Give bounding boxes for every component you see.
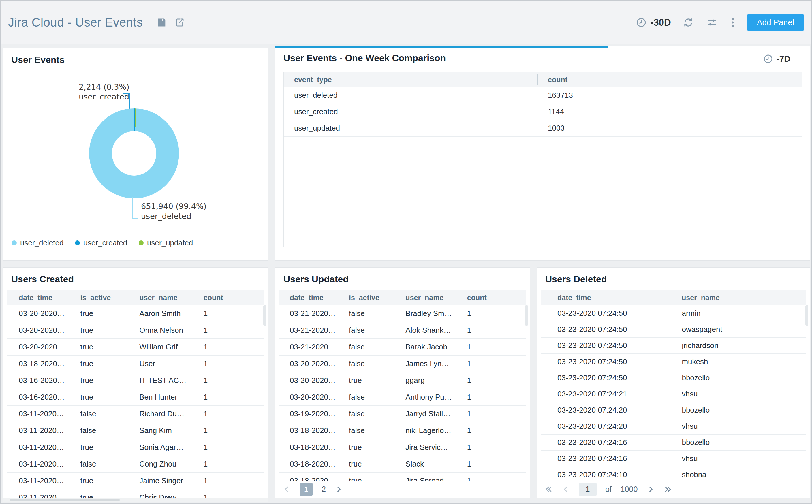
table-row[interactable]: 03-11-2020…falseRichard Du…1: [7, 406, 264, 422]
vertical-scrollbar[interactable]: [525, 305, 528, 326]
table-cell: false: [69, 406, 128, 422]
current-page-input[interactable]: 1: [579, 483, 597, 496]
column-header-user-name[interactable]: user_name: [666, 290, 790, 305]
panel-title: Users Created: [11, 274, 74, 285]
column-header-event-type[interactable]: event_type: [284, 72, 537, 87]
panel-title: Users Updated: [283, 274, 349, 285]
table-row[interactable]: user_created1144: [284, 104, 802, 120]
table-row[interactable]: 03-18-2020…trueJira Servic…1: [279, 439, 526, 456]
table-row[interactable]: 03-20-2020…trueOnna Nelson1: [7, 322, 264, 339]
table-cell: Barak Jacob: [395, 339, 457, 355]
table-cell: 03-23-2020 07:24:16: [541, 451, 666, 467]
table-row[interactable]: 03-23-2020 07:24:21vhsu: [541, 386, 806, 402]
table-row[interactable]: 03-19-2020…falseJarryd Stall…1: [279, 406, 526, 422]
table-cell: vhsu: [666, 386, 790, 402]
chevron-left-icon[interactable]: [282, 485, 291, 494]
table-row[interactable]: 03-23-2020 07:24:20bbozello: [541, 402, 806, 418]
column-header-date-time[interactable]: date_time: [541, 290, 666, 305]
table-row[interactable]: 03-21-2020…falseBarak Jacob1: [279, 339, 526, 356]
table-row[interactable]: 03-23-2020 07:24:50mukesh: [541, 354, 806, 370]
kebab-menu-icon[interactable]: [729, 16, 736, 29]
column-header-user-name[interactable]: user_name: [128, 290, 192, 305]
table-cell: 1: [457, 439, 511, 456]
table-row[interactable]: 03-20-2020…trueWilliam Grif…1: [7, 339, 264, 356]
table-cell: 1: [192, 456, 249, 472]
vertical-scrollbar[interactable]: [263, 305, 266, 326]
selected-panel-indicator: [275, 46, 608, 48]
table-row[interactable]: 03-21-2020…falseBradley Sm…1: [279, 305, 526, 322]
table-cell: 03-20-2020…: [279, 356, 339, 372]
table-row[interactable]: user_updated1003: [284, 120, 802, 137]
column-header-is-active[interactable]: is_active: [69, 290, 128, 305]
vertical-scrollbar[interactable]: [805, 305, 808, 326]
column-header-count[interactable]: count: [537, 72, 802, 87]
table-row[interactable]: 03-20-2020…falseAnthony Pu…1: [279, 389, 526, 406]
column-header-date-time[interactable]: date_time: [279, 290, 339, 305]
legend-item-user-updated[interactable]: user_updated: [139, 238, 193, 247]
time-range-selector[interactable]: -30D: [636, 17, 671, 28]
refresh-icon[interactable]: [682, 16, 695, 29]
column-header-is-active[interactable]: is_active: [339, 290, 395, 305]
table-row[interactable]: 03-18-2020…falseniki Lagerlo…1: [279, 422, 526, 439]
share-icon[interactable]: [173, 16, 186, 29]
horizontal-scrollbar[interactable]: [3, 498, 268, 502]
table-row[interactable]: 03-18-2020…trueUser1: [7, 356, 264, 372]
table-row[interactable]: 03-23-2020 07:24:50armin: [541, 305, 806, 321]
table-row[interactable]: 03-16-2020…trueIT TEST AC…1: [7, 372, 264, 389]
table-row[interactable]: 03-16-2020…trueBen Hunter1: [7, 389, 264, 406]
chevron-right-icon[interactable]: [334, 485, 343, 494]
legend-item-user-created[interactable]: user_created: [75, 238, 127, 247]
pagination-bar: 1 of 1000: [537, 481, 810, 498]
table-row[interactable]: 03-11-2020…trueJaime Singer1: [7, 473, 264, 489]
table-row[interactable]: 03-23-2020 07:24:16bbozello: [541, 435, 806, 451]
save-icon[interactable]: [155, 16, 168, 29]
table-row[interactable]: 03-20-2020…trueggarg1: [279, 372, 526, 389]
table-cell: 1003: [537, 120, 802, 136]
column-header-date-time[interactable]: date_time: [7, 290, 69, 305]
chevron-right-icon[interactable]: [646, 485, 655, 494]
table-cell: 1: [192, 356, 249, 372]
column-header-user-name[interactable]: user_name: [395, 290, 457, 305]
table-cell: false: [69, 422, 128, 439]
table-row[interactable]: user_deleted163713: [284, 87, 802, 104]
table-cell: user_deleted: [284, 87, 537, 104]
column-header-count[interactable]: count: [457, 290, 511, 305]
panel-time-range[interactable]: -7D: [763, 54, 790, 64]
legend-swatch: [75, 240, 80, 245]
table-row[interactable]: 03-23-2020 07:24:50bbozello: [541, 370, 806, 386]
legend-label: user_updated: [147, 238, 193, 247]
scrollbar-thumb[interactable]: [10, 499, 120, 501]
table-row[interactable]: 03-20-2020…falseJames Lyn…1: [279, 356, 526, 372]
table-row[interactable]: 03-23-2020 07:24:20vhsu: [541, 418, 806, 435]
table-row[interactable]: 03-23-2020 07:24:50jrichardson: [541, 338, 806, 354]
table-row[interactable]: 03-11-2020…falseCong Zhou1: [7, 456, 264, 473]
donut-hole: [112, 131, 156, 176]
panel-users-deleted: Users Deleted date_time user_name 03-23-…: [537, 267, 810, 498]
table-row[interactable]: 03-23-2020 07:24:50owaspagent: [541, 321, 806, 338]
table-row[interactable]: 03-11-2020…falseSang Kim1: [7, 422, 264, 439]
table-row[interactable]: 03-11-2020…trueSonia Agar…1: [7, 439, 264, 456]
legend-item-user-deleted[interactable]: user_deleted: [12, 238, 63, 247]
table-cell: 03-18-2020…: [279, 439, 339, 456]
chevron-left-icon[interactable]: [561, 485, 570, 494]
table-row[interactable]: 03-23-2020 07:24:16vhsu: [541, 451, 806, 467]
table-row[interactable]: 03-20-2020…trueAaron Smith1: [7, 305, 264, 322]
table-row[interactable]: 03-18-2020…trueSlack1: [279, 456, 526, 473]
table-cell: 1: [457, 389, 511, 405]
table-cell: Jarryd Stall…: [395, 406, 457, 422]
clock-icon: [636, 17, 647, 28]
donut-chart[interactable]: [89, 108, 179, 198]
table-cell: James Lyn…: [395, 356, 457, 372]
table-cell: false: [339, 389, 395, 405]
table-row[interactable]: 03-21-2020…falseAlok Shank…1: [279, 322, 526, 339]
legend-swatch: [12, 240, 17, 245]
page-button-1[interactable]: 1: [300, 483, 313, 496]
column-header-count[interactable]: count: [192, 290, 249, 305]
page-button-2[interactable]: 2: [322, 485, 326, 494]
table-cell: 03-23-2020 07:24:50: [541, 370, 666, 386]
add-panel-button[interactable]: Add Panel: [747, 14, 804, 31]
last-page-icon[interactable]: [664, 485, 672, 494]
first-page-icon[interactable]: [544, 485, 553, 494]
table-cell: Anthony Pu…: [395, 389, 457, 405]
filters-icon[interactable]: [706, 16, 718, 29]
